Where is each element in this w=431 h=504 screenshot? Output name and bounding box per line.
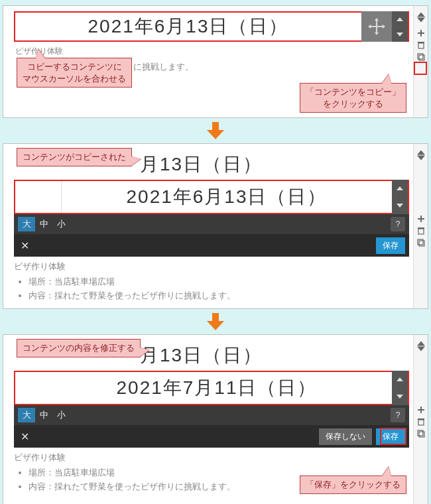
truncated-desc: に挑戦します。 (133, 61, 409, 73)
svg-rect-16 (418, 430, 423, 436)
desc-heading: ピザ作り体験 (14, 452, 409, 464)
add-icon[interactable] (414, 29, 428, 38)
content-reorder-icon[interactable] (392, 11, 408, 42)
reorder-up-down-icon[interactable] (414, 9, 428, 26)
editor-actionbar: ✕ 保存しない 保存 (14, 425, 409, 448)
stage-2: 月13日（日） コンテンツがコピーされた 2021年6月13日（日） 大 中 小… (3, 143, 428, 309)
no-save-button[interactable]: 保存しない (319, 428, 372, 445)
editor-toolbar: 大 中 小 ? (14, 405, 409, 425)
sub-label: ピザ作り体験 (15, 46, 408, 57)
svg-rect-15 (418, 418, 424, 420)
delete-icon[interactable] (414, 226, 428, 235)
content-reorder-icon[interactable] (392, 371, 408, 405)
arrow-down-icon (3, 312, 428, 332)
svg-rect-8 (418, 229, 424, 234)
copy-content-icon[interactable] (414, 429, 428, 438)
delete-icon[interactable] (414, 40, 428, 50)
svg-rect-1 (418, 32, 424, 34)
list-item: 内容：採れたて野菜を使ったピザ作りに挑戦します。 (29, 289, 409, 303)
callout-copied: コンテンツがコピーされた (17, 148, 132, 166)
reorder-up-down-icon[interactable] (414, 338, 428, 355)
add-icon[interactable] (414, 214, 428, 223)
side-gutter (413, 335, 428, 504)
desc-heading: ピザ作り体験 (14, 261, 409, 273)
editor-title-text[interactable]: 2021年6月13日（日） (62, 184, 392, 210)
svg-rect-11 (419, 241, 424, 246)
svg-rect-4 (418, 54, 423, 59)
delete-icon[interactable] (414, 417, 428, 426)
content-title-text: 2021年6月13日（日） (15, 14, 361, 39)
copy-content-icon[interactable] (414, 238, 428, 247)
stage-3: 月13日（日） コンテンツの内容を修正する 2021年7月11日（日） 大 中 … (3, 334, 428, 504)
save-button[interactable]: 保存 (376, 428, 405, 445)
reorder-up-down-icon[interactable] (414, 147, 428, 164)
size-large-button[interactable]: 大 (18, 408, 35, 422)
size-large-button[interactable]: 大 (18, 217, 35, 231)
stage-1: 2021年6月13日（日） ピザ作り体験 に挑戦します。 コピーするコンテンツに… (3, 5, 428, 118)
content-title-block[interactable]: 2021年6月13日（日） (14, 11, 409, 42)
callout-hover: コピーするコンテンツに マウスカーソルを合わせる (17, 58, 132, 88)
side-gutter (413, 144, 428, 308)
svg-rect-3 (418, 42, 424, 43)
svg-rect-5 (419, 55, 424, 60)
copy-content-icon[interactable] (414, 52, 428, 62)
svg-rect-10 (418, 239, 423, 245)
content-reorder-icon[interactable] (392, 180, 408, 214)
svg-rect-7 (418, 218, 424, 220)
editor-title-text[interactable]: 2021年7月11日（日） (15, 375, 392, 401)
side-gutter (413, 6, 428, 117)
size-small-button[interactable]: 小 (52, 217, 70, 231)
svg-rect-14 (418, 420, 424, 425)
help-icon[interactable]: ? (391, 217, 405, 231)
save-button[interactable]: 保存 (376, 237, 405, 254)
list-item: 場所：当店駐車場広場 (29, 275, 409, 289)
editor-title-block[interactable]: 2021年6月13日（日） (14, 180, 409, 214)
arrow-down-icon (3, 121, 428, 141)
editor-title-prefix (15, 181, 62, 213)
svg-rect-9 (418, 227, 424, 229)
close-icon[interactable]: ✕ (18, 239, 32, 252)
size-medium-button[interactable]: 中 (35, 217, 52, 231)
svg-rect-2 (418, 43, 424, 48)
svg-rect-13 (418, 409, 424, 410)
callout-click-copy: 「コンテンツをコピー」 をクリックする (300, 83, 406, 113)
editor-toolbar: 大 中 小 ? (14, 214, 409, 234)
size-medium-button[interactable]: 中 (35, 408, 52, 422)
move-handle-icon[interactable] (361, 11, 392, 42)
callout-edit: コンテンツの内容を修正する (17, 339, 141, 357)
callout-click-save: 「保存」をクリックする (300, 475, 406, 494)
size-small-button[interactable]: 小 (52, 408, 70, 422)
close-icon[interactable]: ✕ (18, 430, 32, 443)
svg-rect-17 (419, 432, 424, 437)
help-icon[interactable]: ? (391, 408, 405, 422)
add-icon[interactable] (414, 405, 428, 414)
content-description: ピザ作り体験 場所：当店駐車場広場 内容：採れたて野菜を使ったピザ作りに挑戦しま… (14, 261, 409, 303)
editor-actionbar: ✕ 保存 (14, 234, 409, 257)
editor-title-block[interactable]: 2021年7月11日（日） (14, 371, 409, 405)
